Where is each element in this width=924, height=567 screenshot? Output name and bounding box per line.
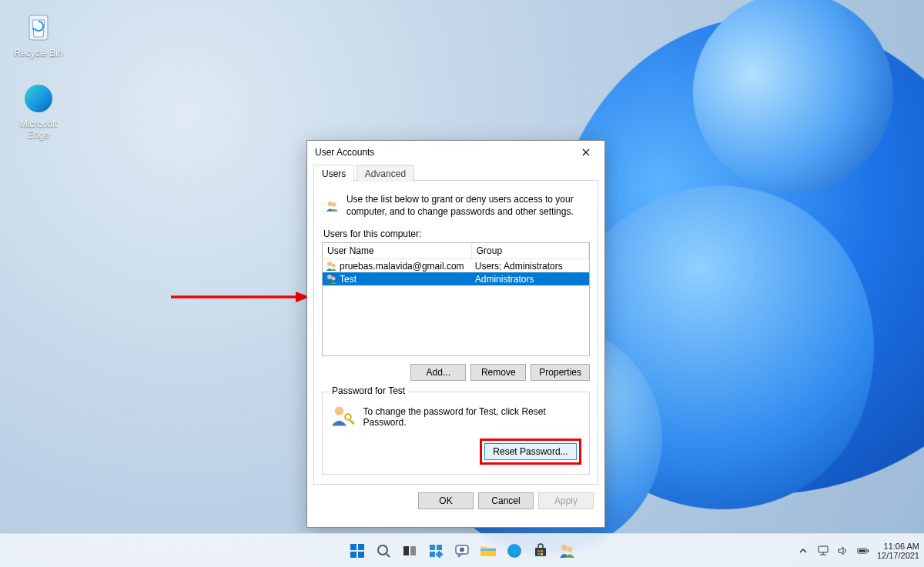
taskbar-center — [346, 534, 578, 567]
user-row-selected[interactable]: Test Administrators — [323, 272, 589, 285]
svg-point-16 — [378, 545, 387, 555]
task-view-button[interactable] — [399, 540, 420, 562]
close-icon — [582, 148, 590, 156]
svg-rect-13 — [358, 544, 364, 550]
password-groupbox: Password for Test To change the password… — [322, 392, 590, 475]
user-icon — [326, 274, 336, 285]
reset-password-button[interactable]: Reset Password... — [484, 443, 577, 460]
date-text: 12/17/2021 — [877, 551, 919, 560]
file-explorer-button[interactable] — [477, 540, 499, 562]
key-user-icon — [330, 403, 356, 429]
edge-taskbar-button[interactable] — [504, 540, 525, 562]
password-text: To change the password for Test, click R… — [363, 406, 582, 428]
svg-rect-20 — [430, 545, 435, 550]
clock[interactable]: 11:06 AM 12/17/2021 — [877, 542, 919, 560]
svg-point-5 — [332, 202, 336, 206]
user-group-cell: Users; Administrators — [475, 261, 563, 272]
desktop-icon-label: Microsoft Edge — [9, 118, 68, 140]
users-icon — [558, 542, 575, 559]
battery-tray-button[interactable] — [857, 545, 869, 557]
windows-logo-icon — [349, 542, 366, 559]
svg-rect-41 — [859, 549, 865, 552]
close-button[interactable] — [569, 142, 603, 163]
user-group-cell: Administrators — [475, 274, 534, 285]
tab-bar: Users Advanced — [313, 164, 598, 181]
tab-container: Users Advanced Use the list below to gra… — [313, 164, 598, 485]
svg-rect-14 — [350, 552, 357, 558]
svg-rect-36 — [819, 546, 828, 552]
tray-overflow-button[interactable] — [797, 545, 809, 557]
speaker-icon — [837, 545, 849, 556]
store-button[interactable] — [530, 540, 551, 562]
svg-point-34 — [561, 545, 567, 551]
svg-point-9 — [332, 276, 336, 280]
task-view-icon — [402, 543, 417, 559]
time-text: 11:06 AM — [884, 542, 919, 551]
users-list-label: Users for this computer: — [323, 228, 590, 239]
svg-point-25 — [460, 548, 464, 552]
svg-rect-31 — [541, 550, 543, 552]
store-icon — [533, 543, 548, 559]
network-icon — [817, 545, 829, 556]
svg-point-11 — [345, 414, 351, 420]
widgets-button[interactable] — [425, 540, 447, 562]
ok-button[interactable]: OK — [418, 492, 474, 509]
volume-tray-button[interactable] — [837, 545, 849, 557]
widgets-icon — [428, 543, 444, 559]
svg-rect-33 — [541, 553, 543, 555]
tab-advanced[interactable]: Advanced — [357, 165, 414, 182]
svg-rect-12 — [350, 544, 357, 550]
chat-button[interactable] — [451, 540, 473, 562]
users-icon — [325, 193, 339, 219]
user-row[interactable]: pruebas.malavida@gmail.com Users; Admini… — [323, 259, 589, 272]
svg-rect-40 — [868, 549, 869, 552]
svg-rect-30 — [537, 550, 540, 552]
desktop-icon-recycle-bin[interactable]: Recycle Bin — [9, 11, 68, 58]
svg-rect-19 — [410, 546, 416, 555]
svg-point-7 — [332, 263, 336, 267]
tab-panel-users: Use the list below to grant or deny user… — [313, 181, 598, 485]
svg-point-35 — [567, 547, 573, 552]
apply-button: Apply — [538, 492, 594, 509]
properties-button[interactable]: Properties — [531, 364, 590, 381]
remove-button[interactable]: Remove — [470, 364, 526, 381]
svg-rect-18 — [403, 546, 409, 555]
start-button[interactable] — [346, 540, 368, 562]
svg-rect-21 — [437, 545, 442, 550]
desktop-icon-label: Recycle Bin — [9, 48, 68, 58]
system-tray[interactable]: 11:06 AM 12/17/2021 — [797, 534, 919, 567]
add-button[interactable]: Add... — [410, 364, 466, 381]
dialog-title: User Accounts — [315, 147, 374, 158]
password-groupbox-legend: Password for Test — [329, 385, 408, 396]
tab-users[interactable]: Users — [313, 165, 354, 182]
dialog-footer: OK Cancel Apply — [307, 485, 604, 519]
cancel-button[interactable]: Cancel — [478, 492, 534, 509]
battery-icon — [857, 546, 869, 555]
user-name-cell: pruebas.malavida@gmail.com — [340, 261, 464, 272]
network-tray-button[interactable] — [817, 545, 829, 557]
user-icon — [326, 261, 336, 272]
user-accounts-taskbar-button[interactable] — [556, 540, 578, 562]
titlebar[interactable]: User Accounts — [307, 141, 604, 164]
desktop: Recycle Bin Microsoft Edge User Accounts — [0, 0, 924, 567]
column-user-name[interactable]: User Name — [323, 243, 472, 258]
folder-icon — [480, 543, 497, 559]
chat-icon — [454, 543, 470, 559]
search-icon — [376, 543, 391, 559]
svg-point-1 — [25, 85, 52, 112]
svg-point-8 — [327, 275, 332, 279]
listview-header[interactable]: User Name Group — [323, 243, 589, 259]
chevron-up-icon — [799, 547, 807, 555]
search-button[interactable] — [373, 540, 394, 562]
desktop-icon-edge[interactable]: Microsoft Edge — [9, 82, 68, 140]
edge-icon — [507, 543, 522, 559]
users-listview[interactable]: User Name Group pruebas.malavida@gmail.c… — [322, 242, 590, 356]
svg-point-4 — [328, 202, 333, 206]
taskbar[interactable]: 11:06 AM 12/17/2021 — [0, 533, 924, 567]
column-group[interactable]: Group — [472, 243, 589, 258]
svg-rect-23 — [436, 551, 444, 559]
recycle-bin-icon — [22, 11, 55, 45]
intro-text: Use the list below to grant or deny user… — [346, 193, 587, 218]
annotation-arrow — [171, 289, 310, 305]
intro-row: Use the list below to grant or deny user… — [322, 188, 590, 227]
